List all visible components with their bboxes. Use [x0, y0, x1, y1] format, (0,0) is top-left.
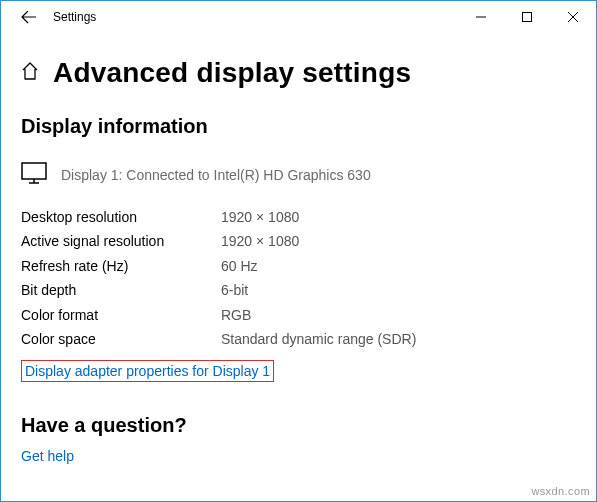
- desktop-resolution-value: 1920 × 1080: [221, 206, 299, 228]
- refresh-rate-value: 60 Hz: [221, 255, 258, 277]
- active-resolution-value: 1920 × 1080: [221, 230, 299, 252]
- question-title: Have a question?: [21, 414, 576, 437]
- desktop-resolution-row: Desktop resolution 1920 × 1080: [21, 206, 576, 228]
- titlebar: Settings: [1, 1, 596, 33]
- watermark: wsxdn.com: [531, 485, 590, 497]
- color-format-label: Color format: [21, 304, 221, 326]
- refresh-rate-row: Refresh rate (Hz) 60 Hz: [21, 255, 576, 277]
- question-section: Have a question? Get help: [21, 414, 576, 465]
- bit-depth-value: 6-bit: [221, 279, 248, 301]
- page-title: Advanced display settings: [53, 57, 411, 89]
- color-space-row: Color space Standard dynamic range (SDR): [21, 328, 576, 350]
- color-format-row: Color format RGB: [21, 304, 576, 326]
- window-title: Settings: [53, 10, 96, 24]
- maximize-button[interactable]: [504, 1, 550, 33]
- bit-depth-row: Bit depth 6-bit: [21, 279, 576, 301]
- svg-rect-1: [22, 163, 46, 179]
- page-header: Advanced display settings: [21, 57, 576, 89]
- back-button[interactable]: [9, 1, 49, 33]
- display-connection-row: Display 1: Connected to Intel(R) HD Grap…: [21, 162, 576, 188]
- home-icon[interactable]: [21, 62, 39, 84]
- display-adapter-properties-link[interactable]: Display adapter properties for Display 1: [21, 360, 274, 382]
- display-connection-text: Display 1: Connected to Intel(R) HD Grap…: [61, 167, 371, 183]
- color-space-label: Color space: [21, 328, 221, 350]
- refresh-rate-label: Refresh rate (Hz): [21, 255, 221, 277]
- display-info-title: Display information: [21, 115, 576, 138]
- active-resolution-label: Active signal resolution: [21, 230, 221, 252]
- monitor-icon: [21, 162, 47, 188]
- desktop-resolution-label: Desktop resolution: [21, 206, 221, 228]
- window-controls: [458, 1, 596, 33]
- close-button[interactable]: [550, 1, 596, 33]
- get-help-link[interactable]: Get help: [21, 448, 74, 464]
- content-area: Advanced display settings Display inform…: [1, 33, 596, 465]
- minimize-button[interactable]: [458, 1, 504, 33]
- color-space-value: Standard dynamic range (SDR): [221, 328, 416, 350]
- svg-rect-0: [523, 13, 532, 22]
- bit-depth-label: Bit depth: [21, 279, 221, 301]
- active-resolution-row: Active signal resolution 1920 × 1080: [21, 230, 576, 252]
- color-format-value: RGB: [221, 304, 251, 326]
